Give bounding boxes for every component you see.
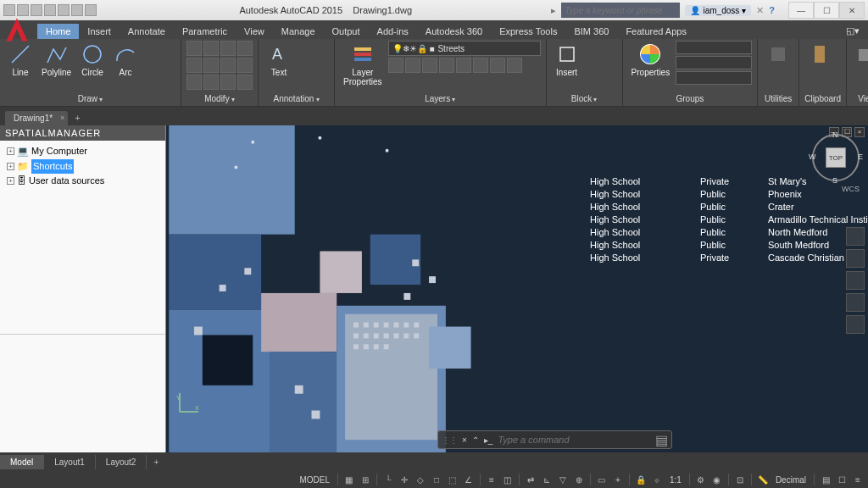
wcs-label[interactable]: WCS: [842, 185, 860, 193]
status-filter-icon[interactable]: ▽: [556, 473, 570, 486]
panel-draw-label[interactable]: Draw: [5, 93, 175, 104]
status-grid-icon[interactable]: ▦: [342, 473, 356, 486]
close-tab-icon[interactable]: ×: [60, 114, 64, 122]
tree-my-computer[interactable]: +💻My Computer: [3, 144, 162, 159]
maximize-button[interactable]: ☐: [814, 2, 839, 19]
ucs-icon[interactable]: YX: [176, 390, 202, 419]
new-tab-button[interactable]: +: [70, 110, 85, 125]
cmd-close-icon[interactable]: ×: [462, 435, 467, 445]
command-line[interactable]: ⋮⋮ × ⌃ ▸_ ▤: [437, 430, 672, 449]
panel-groups-label[interactable]: Groups: [628, 93, 753, 104]
tab-a360[interactable]: Autodesk 360: [417, 24, 491, 39]
tree-user-data[interactable]: +🗄User data sources: [3, 174, 162, 189]
tab-parametric[interactable]: Parametric: [174, 24, 236, 39]
nav-pan-icon[interactable]: [846, 249, 865, 268]
status-osnap-icon[interactable]: □: [430, 473, 443, 486]
tab-addins[interactable]: Add-ins: [369, 24, 417, 39]
status-annovis-icon[interactable]: ⟐: [650, 473, 664, 486]
view-cube[interactable]: TOP N E S W: [812, 134, 860, 181]
layout-1[interactable]: Layout1: [44, 455, 96, 469]
status-scale[interactable]: 1:1: [666, 475, 685, 485]
draw-flyout[interactable]: [143, 41, 175, 90]
panel-modify-label[interactable]: Modify: [186, 93, 253, 104]
tab-annotate[interactable]: Annotate: [120, 24, 174, 39]
block-tools[interactable]: [585, 41, 617, 90]
layout-2[interactable]: Layout2: [96, 455, 147, 469]
layer-properties-button[interactable]: Layer Properties: [340, 41, 386, 88]
nav-wheel-icon[interactable]: [846, 227, 865, 246]
signin-button[interactable]: 👤 iam_doss ▾: [685, 5, 751, 16]
nav-orbit-icon[interactable]: [846, 293, 865, 312]
status-custom-icon[interactable]: ≡: [851, 473, 865, 486]
insert-button[interactable]: Insert: [552, 41, 582, 79]
panel-clipboard[interactable]: Clipboard: [799, 39, 847, 106]
qat-open-icon[interactable]: [17, 4, 29, 16]
status-transparency-icon[interactable]: ◫: [501, 473, 515, 486]
text-button[interactable]: AText: [264, 41, 294, 79]
tree-shortcuts[interactable]: +📁Shortcuts: [3, 159, 162, 175]
panel-block-label[interactable]: Block: [552, 93, 617, 104]
status-isoplane-icon[interactable]: ◇: [414, 473, 427, 486]
status-qp-icon[interactable]: ▭: [595, 473, 609, 486]
close-button[interactable]: ✕: [839, 2, 865, 19]
status-polar-icon[interactable]: ✛: [398, 473, 411, 486]
layout-model[interactable]: Model: [0, 455, 44, 469]
tree-view[interactable]: +💻My Computer +📁Shortcuts +🗄User data so…: [0, 141, 165, 334]
layer-dropdown[interactable]: 💡❄☀🔒 ■ Streets: [388, 41, 541, 56]
nav-zoom-icon[interactable]: [846, 271, 865, 290]
status-monitor-icon[interactable]: ⊡: [733, 473, 747, 486]
status-3dosnap-icon[interactable]: ⬚: [446, 473, 459, 486]
qat-plot-icon[interactable]: [58, 4, 70, 16]
status-annomonitor-icon[interactable]: +: [611, 473, 625, 486]
tab-output[interactable]: Output: [324, 24, 369, 39]
tab-home[interactable]: Home: [37, 24, 79, 39]
cmd-history-icon[interactable]: ⌃: [472, 435, 479, 445]
tab-featured[interactable]: Featured Apps: [617, 24, 695, 39]
panel-view[interactable]: View: [847, 39, 868, 106]
panel-layers-label[interactable]: Layers: [340, 93, 541, 104]
status-snap-icon[interactable]: ⊞: [359, 473, 372, 486]
status-hwaccel-icon[interactable]: ◉: [710, 473, 724, 486]
tab-manage[interactable]: Manage: [273, 24, 324, 39]
status-otrack-icon[interactable]: ∠: [462, 473, 476, 486]
layer-tools[interactable]: [388, 58, 541, 73]
status-dynucs-icon[interactable]: ⊾: [540, 473, 554, 486]
tab-express[interactable]: Express Tools: [491, 24, 565, 39]
qat-undo-icon[interactable]: [71, 4, 83, 16]
qat-saveas-icon[interactable]: [44, 4, 56, 16]
annotation-tools[interactable]: [297, 41, 329, 90]
help-search-input[interactable]: [561, 3, 680, 18]
file-tab-drawing1[interactable]: Drawing1*×: [5, 111, 68, 125]
status-cycling-icon[interactable]: ⇄: [524, 473, 537, 486]
status-clean-icon[interactable]: ☐: [835, 473, 849, 486]
status-annoscale-icon[interactable]: 🔒: [634, 473, 648, 486]
status-ortho-icon[interactable]: └: [381, 473, 395, 486]
circle-button[interactable]: Circle: [77, 41, 108, 79]
status-qview-icon[interactable]: ▤: [819, 473, 832, 486]
polyline-button[interactable]: Polyline: [38, 41, 75, 79]
tab-view[interactable]: View: [236, 24, 273, 39]
panel-annotation-label[interactable]: Annotation: [264, 93, 329, 104]
tab-bim360[interactable]: BIM 360: [565, 24, 617, 39]
status-units-icon[interactable]: 📏: [756, 473, 770, 486]
properties-button[interactable]: Properties: [628, 41, 674, 79]
cmd-recent-icon[interactable]: ▤: [655, 432, 668, 448]
application-menu-button[interactable]: [2, 15, 32, 46]
property-dropdowns[interactable]: [676, 41, 752, 85]
qat-save-icon[interactable]: [31, 4, 42, 16]
qat-redo-icon[interactable]: [85, 4, 97, 16]
ribbon-collapse-icon[interactable]: ◱▾: [837, 23, 868, 39]
panel-utilities[interactable]: Utilities: [758, 39, 799, 106]
status-units[interactable]: Decimal: [772, 475, 810, 485]
cmd-grip-icon[interactable]: ⋮⋮: [442, 435, 457, 445]
drawing-viewport[interactable]: [−][Top][2D Wireframe] — ☐ ×: [166, 125, 868, 452]
layout-add-button[interactable]: +: [147, 455, 165, 469]
tab-insert[interactable]: Insert: [79, 24, 120, 39]
status-gizmo-icon[interactable]: ⊕: [572, 473, 586, 486]
arc-button[interactable]: Arc: [110, 41, 141, 79]
modify-tools[interactable]: [186, 41, 253, 90]
exchange-icon[interactable]: ✕: [756, 5, 764, 16]
help-icon[interactable]: ?: [769, 5, 775, 15]
nav-showmotion-icon[interactable]: [846, 315, 865, 334]
status-ws-icon[interactable]: ⚙: [694, 473, 708, 486]
